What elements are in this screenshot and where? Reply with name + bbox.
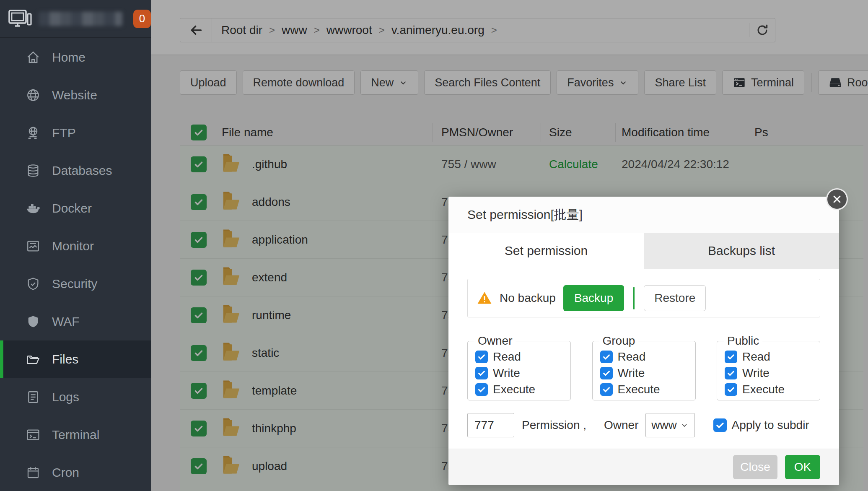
- sidebar-item-label: Cron: [52, 465, 79, 480]
- sidebar-item-label: FTP: [52, 126, 76, 140]
- backup-button[interactable]: Backup: [563, 285, 624, 311]
- logs-document-icon: [25, 389, 41, 405]
- docker-icon: [25, 200, 41, 216]
- dialog-body: No backup Backup Restore Owner Read Writ…: [448, 269, 839, 437]
- group-legend: Owner: [474, 334, 516, 348]
- tab-backups-list[interactable]: Backups list: [644, 233, 839, 269]
- permission-value-row: Permission , Owner www Apply to subdir: [467, 413, 820, 437]
- permission-value-input[interactable]: [467, 413, 514, 437]
- set-permission-dialog: Set permission[批量] Set permission Backup…: [448, 197, 839, 485]
- public-write-checkbox[interactable]: Write: [725, 366, 820, 380]
- chevron-down-icon: [680, 421, 689, 429]
- owner-write-checkbox[interactable]: Write: [475, 366, 570, 380]
- terminal-icon: [25, 427, 41, 443]
- backup-divider: [633, 287, 635, 309]
- ftp-network-icon: [25, 125, 41, 141]
- backup-status-text: No backup: [500, 291, 556, 305]
- sidebar-item-label: Home: [52, 50, 86, 65]
- owner-label: Owner: [604, 418, 638, 432]
- public-group: Public Read Write Execute: [717, 334, 820, 400]
- tab-set-permission[interactable]: Set permission: [448, 233, 644, 269]
- owner-read-checkbox[interactable]: Read: [475, 350, 570, 364]
- restore-button[interactable]: Restore: [644, 285, 706, 311]
- backup-section: No backup Backup Restore: [467, 279, 820, 317]
- server-name-redacted: [39, 12, 122, 26]
- permission-groups: Owner Read Write Execute Group Read Writ…: [467, 334, 820, 400]
- globe-icon: [25, 87, 41, 103]
- sidebar-item-website[interactable]: Website: [0, 76, 151, 114]
- ok-button[interactable]: OK: [785, 455, 820, 479]
- sidebar: 0 Home Website FTP Databases Docker Moni…: [0, 0, 151, 491]
- database-icon: [25, 163, 41, 179]
- sidebar-item-docker[interactable]: Docker: [0, 190, 151, 227]
- group-legend: Public: [724, 334, 762, 348]
- close-dialog-button[interactable]: [826, 188, 848, 210]
- sidebar-item-terminal[interactable]: Terminal: [0, 416, 151, 454]
- calendar-icon: [25, 465, 41, 481]
- group-read-checkbox[interactable]: Read: [600, 350, 695, 364]
- logo-row: 0: [0, 0, 151, 38]
- sidebar-item-security[interactable]: Security: [0, 265, 151, 303]
- owner-group: Owner Read Write Execute: [467, 334, 571, 400]
- public-read-checkbox[interactable]: Read: [725, 350, 820, 364]
- panel-logo-icon: [8, 9, 32, 29]
- sidebar-item-home[interactable]: Home: [0, 39, 151, 76]
- shield-filled-icon: [25, 314, 41, 330]
- public-execute-checkbox[interactable]: Execute: [725, 383, 820, 396]
- sidebar-item-cron[interactable]: Cron: [0, 454, 151, 491]
- sidebar-item-label: Docker: [52, 201, 92, 216]
- sidebar-item-label: Security: [52, 277, 97, 291]
- group-write-checkbox[interactable]: Write: [600, 366, 695, 380]
- sidebar-item-label: Files: [52, 352, 78, 366]
- group-legend: Group: [599, 334, 639, 348]
- home-icon: [25, 49, 41, 65]
- sidebar-item-logs[interactable]: Logs: [0, 378, 151, 416]
- sidebar-item-waf[interactable]: WAF: [0, 303, 151, 340]
- sidebar-nav: Home Website FTP Databases Docker Monito…: [0, 39, 151, 491]
- sidebar-item-monitor[interactable]: Monitor: [0, 227, 151, 265]
- dialog-tabs: Set permission Backups list: [448, 233, 839, 269]
- dialog-title: Set permission[批量]: [448, 197, 839, 233]
- sidebar-item-label: Monitor: [52, 239, 94, 253]
- owner-execute-checkbox[interactable]: Execute: [475, 383, 570, 396]
- monitor-chart-icon: [25, 238, 41, 254]
- apply-to-subdir-checkbox[interactable]: Apply to subdir: [713, 418, 809, 432]
- notification-badge[interactable]: 0: [133, 10, 151, 28]
- group-execute-checkbox[interactable]: Execute: [600, 383, 695, 396]
- sidebar-item-files[interactable]: Files: [0, 340, 151, 378]
- sidebar-item-label: WAF: [52, 314, 80, 329]
- group-group: Group Read Write Execute: [592, 334, 696, 400]
- sidebar-item-label: Terminal: [52, 428, 99, 442]
- permission-label: Permission ,: [522, 418, 586, 432]
- sidebar-item-label: Databases: [52, 164, 112, 178]
- close-button[interactable]: Close: [733, 455, 777, 479]
- folder-open-icon: [25, 351, 41, 367]
- dialog-footer: Close OK: [448, 449, 839, 485]
- sidebar-item-label: Logs: [52, 390, 79, 404]
- sidebar-item-label: Website: [52, 88, 97, 102]
- sidebar-item-ftp[interactable]: FTP: [0, 114, 151, 152]
- warning-icon: [477, 291, 492, 306]
- shield-check-icon: [25, 276, 41, 292]
- owner-select[interactable]: www: [645, 413, 695, 437]
- close-icon: [832, 194, 842, 204]
- sidebar-item-databases[interactable]: Databases: [0, 152, 151, 190]
